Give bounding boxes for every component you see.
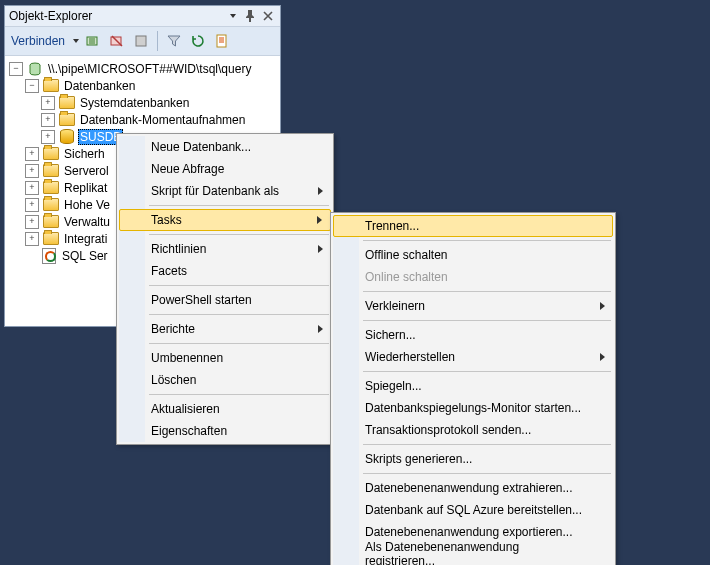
folder-icon: [43, 198, 59, 212]
menu-item-label: Wiederherstellen: [365, 350, 455, 364]
menu-item[interactable]: Löschen: [119, 369, 331, 391]
menu-separator: [363, 473, 611, 474]
refresh-icon[interactable]: [188, 31, 208, 51]
menu-item[interactable]: Spiegeln...: [333, 375, 613, 397]
expand-icon[interactable]: +: [41, 96, 55, 110]
submenu-arrow-icon: [318, 187, 323, 195]
menu-item[interactable]: Verkleinern: [333, 295, 613, 317]
tasks-submenu: Trennen...Offline schaltenOnline schalte…: [330, 212, 616, 565]
context-menu: Neue Datenbank...Neue AbfrageSkript für …: [116, 133, 334, 445]
menu-item[interactable]: Datenbankspiegelungs-Monitor starten...: [333, 397, 613, 419]
report-icon: [41, 249, 57, 263]
menu-separator: [363, 240, 611, 241]
menu-item[interactable]: Offline schalten: [333, 244, 613, 266]
submenu-arrow-icon: [318, 325, 323, 333]
tree-databases-node[interactable]: − Datenbanken: [5, 77, 280, 94]
menu-separator: [363, 371, 611, 372]
menu-separator: [149, 394, 329, 395]
menu-item[interactable]: Wiederherstellen: [333, 346, 613, 368]
menu-item[interactable]: Eigenschaften: [119, 420, 331, 442]
menu-item[interactable]: Umbenennen: [119, 347, 331, 369]
script-icon[interactable]: [212, 31, 232, 51]
menu-item-label: Datenebenenanwendung extrahieren...: [365, 481, 573, 495]
menu-item[interactable]: Datenebenenanwendung extrahieren...: [333, 477, 613, 499]
panel-title: Objekt-Explorer: [9, 9, 222, 23]
menu-item[interactable]: Facets: [119, 260, 331, 282]
collapse-icon[interactable]: −: [25, 79, 39, 93]
expand-icon[interactable]: +: [25, 181, 39, 195]
menu-separator: [149, 234, 329, 235]
connect-db-icon[interactable]: [83, 31, 103, 51]
expand-icon[interactable]: +: [25, 147, 39, 161]
menu-item-label: Eigenschaften: [151, 424, 227, 438]
disconnect-db-icon[interactable]: [107, 31, 127, 51]
expand-icon[interactable]: +: [25, 164, 39, 178]
tree-node-label: Datenbank-Momentaufnahmen: [78, 113, 247, 127]
stop-icon[interactable]: [131, 31, 151, 51]
menu-item[interactable]: Richtlinien: [119, 238, 331, 260]
menu-item-label: Umbenennen: [151, 351, 223, 365]
menu-item-label: Löschen: [151, 373, 196, 387]
menu-item-label: Aktualisieren: [151, 402, 220, 416]
expand-icon[interactable]: +: [25, 215, 39, 229]
collapse-icon[interactable]: −: [9, 62, 23, 76]
folder-icon: [43, 181, 59, 195]
tree-sysdb-node[interactable]: + Systemdatenbanken: [5, 94, 280, 111]
menu-item[interactable]: Als Datenebenenanwendung registrieren...: [333, 543, 613, 565]
menu-separator: [149, 205, 329, 206]
expand-icon[interactable]: +: [25, 232, 39, 246]
menu-item[interactable]: Berichte: [119, 318, 331, 340]
tree-node-label: Hohe Ve: [62, 198, 112, 212]
tree-server-node[interactable]: − \\.\pipe\MICROSOFT##WID\tsql\query: [5, 60, 280, 77]
menu-item[interactable]: Datenbank auf SQL Azure bereitstellen...: [333, 499, 613, 521]
submenu-arrow-icon: [600, 302, 605, 310]
menu-item-label: Skript für Datenbank als: [151, 184, 279, 198]
folder-icon: [43, 79, 59, 93]
menu-item[interactable]: Sichern...: [333, 324, 613, 346]
menu-separator: [149, 314, 329, 315]
menu-item[interactable]: Tasks: [119, 209, 331, 231]
menu-item[interactable]: Skripts generieren...: [333, 448, 613, 470]
menu-item-label: Skripts generieren...: [365, 452, 472, 466]
menu-item-label: Spiegeln...: [365, 379, 422, 393]
submenu-arrow-icon: [318, 245, 323, 253]
tree-node-label: Replikat: [62, 181, 109, 195]
submenu-arrow-icon: [317, 216, 322, 224]
database-icon: [59, 130, 75, 144]
expand-icon[interactable]: +: [25, 198, 39, 212]
menu-item[interactable]: Transaktionsprotokoll senden...: [333, 419, 613, 441]
menu-separator: [363, 444, 611, 445]
expand-icon[interactable]: +: [41, 130, 55, 144]
menu-item[interactable]: Neue Datenbank...: [119, 136, 331, 158]
folder-icon: [43, 147, 59, 161]
tree-node-label: Integrati: [62, 232, 109, 246]
menu-item-label: Datenbank auf SQL Azure bereitstellen...: [365, 503, 582, 517]
menu-item-label: Online schalten: [365, 270, 448, 284]
menu-item-label: Datenebenenanwendung exportieren...: [365, 525, 573, 539]
tree-snapshots-node[interactable]: + Datenbank-Momentaufnahmen: [5, 111, 280, 128]
connect-dropdown-icon[interactable]: [73, 39, 79, 43]
menu-separator: [149, 285, 329, 286]
menu-item-label: Trennen...: [365, 219, 419, 233]
expander-none: [25, 250, 37, 262]
folder-icon: [43, 232, 59, 246]
panel-dropdown-icon[interactable]: [224, 8, 240, 24]
menu-item[interactable]: Aktualisieren: [119, 398, 331, 420]
pin-icon[interactable]: [242, 8, 258, 24]
panel-titlebar: Objekt-Explorer: [5, 6, 280, 27]
menu-item[interactable]: Neue Abfrage: [119, 158, 331, 180]
menu-item-label: Offline schalten: [365, 248, 448, 262]
menu-separator: [363, 291, 611, 292]
close-icon[interactable]: [260, 8, 276, 24]
menu-item: Online schalten: [333, 266, 613, 288]
menu-item[interactable]: Trennen...: [333, 215, 613, 237]
filter-icon[interactable]: [164, 31, 184, 51]
menu-item[interactable]: PowerShell starten: [119, 289, 331, 311]
toolbar-separator: [157, 31, 158, 51]
connect-button[interactable]: Verbinden: [9, 34, 67, 48]
svg-rect-3: [217, 35, 226, 47]
folder-icon: [59, 96, 75, 110]
expand-icon[interactable]: +: [41, 113, 55, 127]
menu-item[interactable]: Skript für Datenbank als: [119, 180, 331, 202]
menu-separator: [149, 343, 329, 344]
